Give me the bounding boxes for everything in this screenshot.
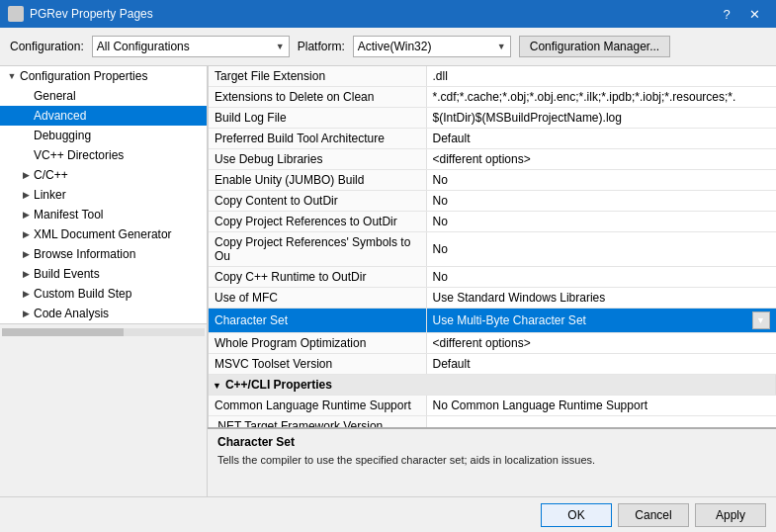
tree-label-xml-doc: XML Document Generator	[34, 227, 203, 241]
prop-value-whole-prog: <different options>	[426, 333, 776, 354]
main-window: Configuration: All Configurations ▼ Plat…	[0, 28, 776, 532]
prop-label-copy-crt: Copy C++ Runtime to OutDir	[209, 267, 426, 288]
config-value: All Configurations	[97, 40, 190, 53]
tree-item-advanced[interactable]: Advanced	[0, 106, 207, 126]
prop-row-use-mfc[interactable]: Use of MFCUse Standard Windows Libraries	[209, 288, 776, 309]
tree-label-cpp: C/C++	[34, 168, 203, 182]
prop-row-unity-build[interactable]: Enable Unity (JUMBO) BuildNo	[209, 170, 776, 191]
h-scroll-thumb	[2, 328, 124, 336]
prop-row-clr-support[interactable]: Common Language Runtime SupportNo Common…	[209, 396, 776, 416]
prop-value-unity-build: No	[426, 170, 776, 191]
prop-label-build-log: Build Log File	[209, 108, 426, 129]
prop-label-char-set: Character Set	[209, 309, 426, 333]
config-dropdown-arrow: ▼	[276, 42, 285, 51]
configuration-dropdown[interactable]: All Configurations ▼	[92, 36, 290, 57]
prop-label-pref-build-tool: Preferred Build Tool Architecture	[209, 129, 426, 149]
right-panel: Target File Extension.dllExtensions to D…	[208, 66, 776, 496]
config-label: Configuration:	[10, 40, 84, 53]
prop-value-ext-delete: *.cdf;*.cache;*.obj;*.obj.enc;*.ilk;*.ip…	[426, 87, 776, 108]
prop-row-build-log[interactable]: Build Log File$(IntDir)$(MSBuildProjectN…	[209, 108, 776, 129]
prop-row-net-target[interactable]: .NET Target Framework Version	[209, 416, 776, 428]
tree-label-browse-info: Browse Information	[34, 247, 203, 261]
cancel-button[interactable]: Cancel	[618, 503, 689, 527]
prop-dropdown-btn-char-set[interactable]: ▼	[752, 311, 770, 329]
prop-row-copy-proj-syms[interactable]: Copy Project References' Symbols to OuNo	[209, 232, 776, 267]
properties-table-container[interactable]: Target File Extension.dllExtensions to D…	[208, 66, 776, 427]
prop-value-text-char-set: Use Multi-Byte Character Set	[433, 313, 586, 327]
prop-row-pref-build-tool[interactable]: Preferred Build Tool ArchitectureDefault	[209, 129, 776, 149]
properties-table: Target File Extension.dllExtensions to D…	[209, 66, 776, 427]
content-area: ▼Configuration PropertiesGeneralAdvanced…	[0, 66, 776, 496]
help-button[interactable]: ?	[713, 0, 740, 28]
tree-item-debugging[interactable]: Debugging	[0, 126, 207, 145]
dropdown-cell-char-set: Use Multi-Byte Character Set▼	[433, 311, 770, 329]
prop-row-ext-delete[interactable]: Extensions to Delete on Clean*.cdf;*.cac…	[209, 87, 776, 108]
tree-item-xml-doc[interactable]: ▶XML Document Generator	[0, 224, 207, 244]
prop-label-net-target: .NET Target Framework Version	[209, 416, 426, 428]
info-panel: Character Set Tells the compiler to use …	[208, 427, 776, 496]
expand-icon-config-props: ▼	[4, 71, 20, 81]
tree-item-custom-build[interactable]: ▶Custom Build Step	[0, 284, 207, 304]
apply-button[interactable]: Apply	[695, 503, 766, 527]
config-bar: Configuration: All Configurations ▼ Plat…	[0, 28, 776, 66]
expand-icon-code-analysis: ▶	[18, 309, 34, 318]
prop-value-pref-build-tool: Default	[426, 129, 776, 149]
tree-label-vc-directories: VC++ Directories	[34, 148, 203, 162]
info-panel-title: Character Set	[217, 435, 766, 449]
prop-label-unity-build: Enable Unity (JUMBO) Build	[209, 170, 426, 191]
prop-value-copy-content: No	[426, 191, 776, 212]
prop-row-msvc-toolset[interactable]: MSVC Toolset VersionDefault	[209, 354, 776, 375]
prop-label-whole-prog: Whole Program Optimization	[209, 333, 426, 354]
info-panel-description: Tells the compiler to use the specified …	[217, 453, 766, 468]
platform-dropdown[interactable]: Active(Win32) ▼	[353, 36, 511, 57]
expand-icon-cpp: ▶	[18, 170, 34, 180]
tree-item-vc-directories[interactable]: VC++ Directories	[0, 145, 207, 165]
title-bar: PGRev Property Pages ? ✕	[0, 0, 776, 28]
tree-item-linker[interactable]: ▶Linker	[0, 185, 207, 205]
prop-row-copy-content[interactable]: Copy Content to OutDirNo	[209, 191, 776, 212]
ok-button[interactable]: OK	[541, 503, 612, 527]
tree-item-build-events[interactable]: ▶Build Events	[0, 264, 207, 284]
tree-item-manifest-tool[interactable]: ▶Manifest Tool	[0, 205, 207, 224]
prop-label-msvc-toolset: MSVC Toolset Version	[209, 354, 426, 375]
section-header-cpp-cli-section: ▼C++/CLI Properties	[209, 375, 776, 396]
app-icon	[8, 6, 24, 22]
tree-label-manifest-tool: Manifest Tool	[34, 208, 203, 222]
tree-item-browse-info[interactable]: ▶Browse Information	[0, 244, 207, 264]
tree-label-linker: Linker	[34, 188, 203, 202]
config-manager-button[interactable]: Configuration Manager...	[519, 36, 670, 57]
prop-label-ext-delete: Extensions to Delete on Clean	[209, 87, 426, 108]
tree-item-general[interactable]: General	[0, 86, 207, 106]
prop-label-copy-proj-syms: Copy Project References' Symbols to Ou	[209, 232, 426, 267]
expand-icon-browse-info: ▶	[18, 249, 34, 259]
horizontal-scrollbar[interactable]	[0, 323, 207, 339]
expand-icon-custom-build: ▶	[18, 289, 34, 299]
prop-value-char-set[interactable]: Use Multi-Byte Character Set▼	[426, 309, 776, 333]
platform-value: Active(Win32)	[358, 40, 432, 53]
prop-row-whole-prog[interactable]: Whole Program Optimization<different opt…	[209, 333, 776, 354]
tree-label-config-props: Configuration Properties	[20, 69, 203, 83]
close-button[interactable]: ✕	[740, 0, 768, 28]
prop-value-build-log: $(IntDir)$(MSBuildProjectName).log	[426, 108, 776, 129]
title-bar-controls: ? ✕	[713, 0, 768, 28]
tree-label-code-analysis: Code Analysis	[34, 307, 203, 320]
prop-label-copy-proj-refs: Copy Project References to OutDir	[209, 212, 426, 232]
prop-row-copy-proj-refs[interactable]: Copy Project References to OutDirNo	[209, 212, 776, 232]
prop-value-copy-proj-refs: No	[426, 212, 776, 232]
tree-label-build-events: Build Events	[34, 267, 203, 281]
tree-item-config-props[interactable]: ▼Configuration Properties	[0, 66, 207, 86]
tree-label-custom-build: Custom Build Step	[34, 287, 203, 301]
tree-label-advanced: Advanced	[34, 109, 203, 123]
prop-row-cpp-cli-section: ▼C++/CLI Properties	[209, 375, 776, 396]
prop-value-net-target	[426, 416, 776, 428]
prop-row-char-set[interactable]: Character SetUse Multi-Byte Character Se…	[209, 309, 776, 333]
prop-label-copy-content: Copy Content to OutDir	[209, 191, 426, 212]
prop-value-target-ext: .dll	[426, 66, 776, 87]
prop-row-target-ext[interactable]: Target File Extension.dll	[209, 66, 776, 87]
prop-row-copy-crt[interactable]: Copy C++ Runtime to OutDirNo	[209, 267, 776, 288]
prop-row-use-debug-libs[interactable]: Use Debug Libraries<different options>	[209, 149, 776, 170]
tree-item-cpp[interactable]: ▶C/C++	[0, 165, 207, 185]
prop-value-msvc-toolset: Default	[426, 354, 776, 375]
tree-item-code-analysis[interactable]: ▶Code Analysis	[0, 304, 207, 323]
expand-icon-linker: ▶	[18, 190, 34, 200]
